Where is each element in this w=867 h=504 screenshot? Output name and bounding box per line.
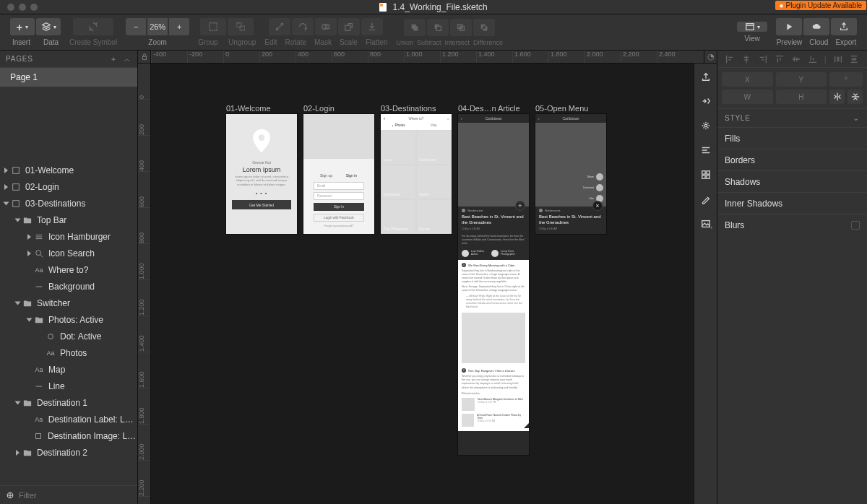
data-button[interactable]: ▾ [36,18,61,35]
layer-label: Map [48,365,65,375]
text-icon: Aa [46,348,56,358]
difference-button[interactable] [473,19,495,36]
rail-settings-icon[interactable] [699,118,713,133]
layer-row[interactable]: Switcher [0,295,137,311]
h-field[interactable]: H [776,90,827,104]
canvas[interactable]: 01-Welcome Grenze Not Lorem Ipsum Lorem … [151,64,694,504]
plugin-update-badge[interactable]: ●Plugin Update Available [775,1,867,10]
layer-row[interactable]: AaDestination Label: Laos [0,411,137,427]
window-title: 1.4_Working_File.sketch [0,2,867,12]
facebook-button: Login with Facebook [314,214,364,222]
layer-row[interactable]: Dot: Active [0,328,137,344]
union-button[interactable] [404,19,426,36]
intersect-button[interactable] [450,19,472,36]
view-icon [745,22,755,32]
rail-image-icon[interactable]: + [699,217,713,231]
align-bottom-icon [808,54,818,64]
artboard-label-article[interactable]: 04-Des…n Article [458,104,520,113]
group-icon [34,232,44,242]
create-symbol-button[interactable] [73,18,113,35]
zoom-window-icon[interactable] [30,4,38,11]
layer-row[interactable]: Photos: Active [0,311,137,328]
flatten-button[interactable] [361,18,383,35]
rail-grid-icon[interactable] [699,168,713,182]
page-item[interactable]: Page 1 [0,68,137,87]
ruler-lock-icon[interactable] [138,51,151,63]
artboard-label-destinations[interactable]: 03-Destinations [381,104,436,113]
minimize-window-icon[interactable] [19,4,26,11]
layer-row[interactable]: 03-Destinations [0,195,137,212]
group-button[interactable] [200,18,226,35]
subtract-button[interactable] [427,19,449,36]
layer-row[interactable]: Icon Search [0,245,137,261]
style-panel-inner-shadows[interactable]: Inner Shadows [717,192,867,214]
layer-list[interactable]: 01-Welcome02-Login03-DestinationsTop Bar… [0,87,137,485]
zoom-in-button[interactable]: + [169,18,189,35]
add-page-icon[interactable]: ＋ [110,54,118,64]
perspective-icon[interactable]: ◔ [704,51,717,63]
svg-rect-26 [706,175,709,178]
layer-row[interactable]: AaWhere to? [0,261,137,278]
rail-export-icon[interactable] [699,69,713,84]
x-field[interactable]: X [722,72,773,87]
layer-row[interactable]: Destination 2 [0,444,137,461]
zoom-value[interactable]: 26% [147,18,168,35]
layer-row[interactable]: Destination Image: Laos [0,427,137,444]
artboard-icon [11,199,21,209]
artboard-article[interactable]: Caribbean + Wonderscene Best Beaches in … [458,114,529,455]
rotate-button[interactable] [292,18,314,35]
flip-v-button[interactable] [847,90,863,104]
style-header[interactable]: STYLE⌄ [717,108,867,127]
svg-point-21 [259,134,265,141]
rotation-field[interactable]: ° [829,72,863,87]
layer-row[interactable]: 02-Login [0,178,137,195]
artboard-openmenu[interactable]: Caribbean Share Comment Like × Wondersce… [535,114,606,234]
layer-row[interactable]: 01-Welcome [0,162,137,178]
line-icon [34,381,44,391]
artboard-login[interactable]: Sign upSign in Email Password Sign In Lo… [303,114,374,234]
style-panel-blurs[interactable]: Blurs [717,214,867,235]
collapse-pages-icon[interactable]: ︿ [124,54,131,64]
artboard-welcome[interactable]: Grenze Not Lorem Ipsum Lorem ipsum dolor… [226,114,297,234]
style-panel-shadows[interactable]: Shadows [717,170,867,192]
rail-edit-shape-icon[interactable] [699,192,713,207]
text-icon: Aa [34,265,44,275]
layer-row[interactable]: Background [0,278,137,295]
layer-row[interactable]: Top Bar [0,212,137,228]
y-field[interactable]: Y [776,72,827,87]
layer-row[interactable]: Icon Hamburger [0,228,137,245]
mask-button[interactable] [315,18,337,35]
layer-row[interactable]: Line [0,378,137,394]
view-button[interactable]: ▾ [737,22,767,32]
layer-row[interactable]: AaMap [0,361,137,378]
search-icon: ⌕ [444,117,452,121]
insert-button[interactable]: +▾ [10,18,35,35]
rail-prototype-icon[interactable] [699,94,713,108]
layer-label: Icon Search [48,248,95,258]
rail-align-icon[interactable] [699,143,713,157]
layer-row[interactable]: Destination 1 [0,394,137,411]
flip-h-button[interactable] [829,90,845,104]
edit-button[interactable] [269,18,290,35]
preview-button[interactable] [776,18,802,35]
filter-bar[interactable]: Filter [0,485,137,504]
style-panel-fills[interactable]: Fills [717,127,867,149]
artboard-label-login[interactable]: 02-Login [303,104,335,113]
w-field[interactable]: W [722,90,773,104]
close-window-icon[interactable] [7,4,14,11]
style-panel-borders[interactable]: Borders [717,149,867,170]
rect-icon [34,431,43,441]
zoom-out-button[interactable]: − [126,18,146,35]
traffic-lights[interactable] [0,4,38,11]
artboard-label-welcome[interactable]: 01-Welcome [226,104,271,113]
cloud-button[interactable] [803,18,829,35]
ungroup-button[interactable] [228,18,254,35]
export-button[interactable] [831,18,857,35]
artboard-destinations[interactable]: ≡Where to?⌕ PhotosMap LaosCaribbeanIndon… [381,114,452,234]
layer-row[interactable]: AaPhotos [0,344,137,361]
scale-button[interactable] [338,18,360,35]
align-hcenter-icon [741,54,751,64]
artboard-label-openmenu[interactable]: 05-Open Menu [535,104,588,113]
alignment-row[interactable]: | [717,51,867,68]
difference-icon [479,22,489,32]
